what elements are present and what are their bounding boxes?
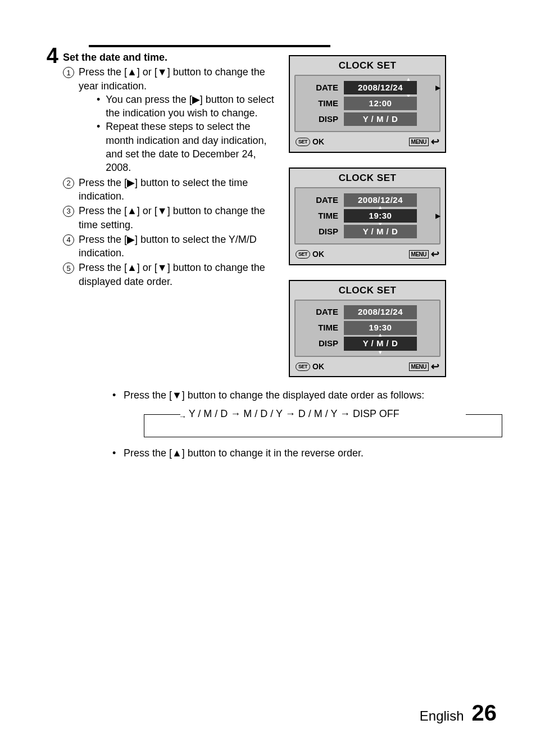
- substep-1-text: Press the [▲] or [▼] button to change th…: [79, 66, 265, 91]
- return-arrow-icon: ↩: [431, 138, 439, 146]
- note-up: Press the [▲] button to change it in the…: [124, 446, 364, 460]
- set-icon: SET: [296, 250, 310, 259]
- set-ok-indicator: SET OK: [296, 137, 324, 147]
- menu-return-indicator: MENU ↩: [409, 250, 439, 259]
- row-label-time: TIME: [299, 98, 344, 109]
- substep-marker-2: 2: [63, 178, 74, 189]
- instructions-column: 4 Set the date and time. 1 Press the [▲]…: [34, 48, 275, 289]
- page-footer: English 26: [420, 698, 497, 728]
- screen-title: CLOCK SET: [290, 281, 445, 300]
- triangle-up-icon: ▲: [344, 333, 417, 337]
- substep-marker-1: 1: [63, 67, 74, 78]
- row-value-disp[interactable]: Y / M / D: [344, 225, 417, 238]
- menu-return-indicator: MENU ↩: [409, 363, 439, 371]
- set-ok-indicator: SET OK: [296, 249, 324, 260]
- bullet-icon: •: [97, 93, 100, 106]
- triangle-down-icon: ▼: [344, 350, 417, 355]
- return-arrow-icon: ↩: [431, 251, 439, 258]
- substep-1-sub-1: You can press the [▶] button to select t…: [106, 93, 275, 120]
- step-number: 4: [34, 45, 63, 66]
- row-label-time: TIME: [299, 322, 344, 333]
- row-label-date: DATE: [299, 194, 344, 206]
- triangle-up-icon: ▲: [406, 77, 411, 82]
- triangle-up-icon: ▲: [344, 205, 417, 210]
- set-icon: SET: [296, 363, 310, 371]
- menu-icon: MENU: [409, 363, 429, 371]
- substep-4-text: Press the [▶] button to select the Y/M/D…: [79, 233, 275, 260]
- bullet-icon: •: [97, 120, 100, 133]
- row-value-disp[interactable]: Y / M / D: [344, 112, 417, 126]
- clock-set-screen-2: CLOCK SET DATE 2008/12/24 TIME ▲ 19:30 ▼: [289, 168, 446, 265]
- cycle-diagram: → Y / M / D → M / D / Y → D / M / Y → DI…: [144, 407, 502, 438]
- footer-page-number: 26: [472, 698, 497, 728]
- row-value-disp[interactable]: ▲ Y / M / D ▼: [344, 337, 417, 350]
- section-rule: [89, 45, 330, 47]
- row-label-disp: DISP: [299, 114, 344, 125]
- bullet-icon: •: [112, 447, 118, 460]
- substep-1-sub-2: Repeat these steps to select the month i…: [106, 120, 275, 174]
- menu-icon: MENU: [409, 138, 429, 146]
- substep-marker-3: 3: [63, 206, 74, 217]
- row-value-time[interactable]: ▲ 19:30 ▼: [344, 209, 417, 223]
- set-icon: SET: [296, 138, 310, 146]
- substep-3-text: Press the [▲] or [▼] button to change th…: [79, 204, 275, 232]
- return-arrow-icon: ↩: [431, 363, 439, 370]
- row-value-time[interactable]: 12:00: [344, 97, 417, 110]
- row-label-date: DATE: [299, 306, 344, 318]
- substep-2-text: Press the [▶] button to select the time …: [79, 176, 275, 203]
- substep-marker-4: 4: [63, 234, 74, 246]
- row-value-date[interactable]: 2008/12/24: [344, 305, 417, 319]
- row-value-date[interactable]: ▲ 2008/12/24 ▼: [344, 81, 417, 94]
- bullet-icon: •: [112, 389, 118, 402]
- triangle-right-icon: ▶: [435, 83, 440, 92]
- step-4: 4 Set the date and time. 1 Press the [▲]…: [34, 48, 275, 289]
- screens-column: CLOCK SET DATE ▲ 2008/12/24 ▼ ▶: [289, 55, 452, 377]
- substep-marker-5: 5: [63, 262, 74, 274]
- screen-title: CLOCK SET: [290, 169, 445, 187]
- set-ok-indicator: SET OK: [296, 361, 324, 372]
- row-label-disp: DISP: [299, 226, 344, 237]
- manual-page: 4 Set the date and time. 1 Press the [▲]…: [0, 0, 536, 756]
- screen-title: CLOCK SET: [290, 56, 445, 75]
- triangle-right-icon: ▶: [435, 211, 440, 220]
- row-label-time: TIME: [299, 210, 344, 221]
- menu-icon: MENU: [409, 250, 429, 259]
- clock-set-screen-1: CLOCK SET DATE ▲ 2008/12/24 ▼ ▶: [289, 55, 446, 153]
- substep-5-text: Press the [▲] or [▼] button to change th…: [79, 261, 275, 288]
- bottom-notes: • Press the [▼] button to change the dis…: [34, 388, 502, 460]
- row-label-date: DATE: [299, 82, 344, 93]
- menu-return-indicator: MENU ↩: [409, 138, 439, 146]
- note-down: Press the [▼] button to change the displ…: [124, 388, 424, 402]
- row-label-disp: DISP: [299, 338, 344, 349]
- step-title: Set the date and time.: [63, 51, 275, 64]
- footer-language: English: [420, 707, 464, 725]
- clock-set-screen-3: CLOCK SET DATE 2008/12/24 TIME 19:30 DIS…: [289, 280, 446, 378]
